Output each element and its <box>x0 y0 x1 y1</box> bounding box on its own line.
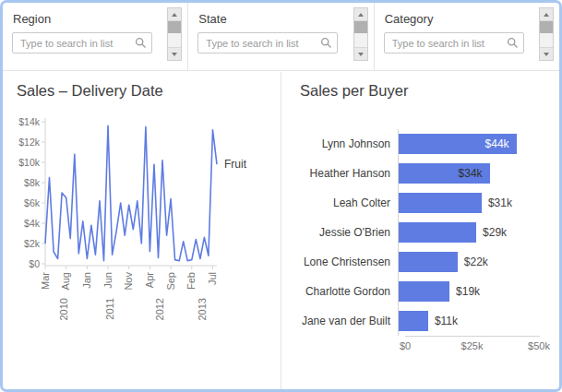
bar-track: $44k <box>398 129 532 159</box>
x-year-label: 2013 <box>197 298 208 320</box>
bar-x-axis: $0$25k$50k <box>405 336 540 354</box>
bar[interactable] <box>399 222 476 243</box>
bar-track: $11k <box>398 306 532 336</box>
x-tick-label: $50k <box>528 340 550 351</box>
filter-title: Category <box>385 12 434 26</box>
filter-title: Region <box>13 12 51 26</box>
scroll-down-button[interactable] <box>354 47 367 60</box>
x-month-label: Jan <box>81 272 92 289</box>
filter-scrollbar[interactable] <box>539 7 554 61</box>
x-month-label: Apr <box>144 272 155 288</box>
y-tick-label: $6k <box>24 197 41 208</box>
x-year-label: 2011 <box>104 298 115 320</box>
bar-row: Jane van der Built$11k <box>289 306 532 336</box>
search-icon <box>507 37 519 49</box>
bar-category-label[interactable]: Leah Colter <box>289 196 398 209</box>
bar-chart-title: Sales per Buyer <box>300 82 408 100</box>
filter-search-input[interactable] <box>197 32 338 53</box>
bar-value-label: $29k <box>483 226 507 239</box>
scrollbar-thumb[interactable] <box>540 21 553 33</box>
x-year-label: 2012 <box>154 298 165 320</box>
search-icon <box>320 37 332 49</box>
bar-chart-panel: Sales per Buyer Lynn Johnson$44kHeather … <box>281 72 559 389</box>
bar-row: Jessie O'Brien$29k <box>289 218 532 247</box>
bar-row: Lone Christensen$22k <box>289 247 532 277</box>
bar-row: Heather Hanson$34k <box>289 159 532 188</box>
bar-rows: Lynn Johnson$44kHeather Hanson$34kLeah C… <box>289 129 532 336</box>
bar-value-label: $44k <box>485 137 509 150</box>
bar-row: Charlotte Gordon$19k <box>289 277 532 306</box>
sales-line[interactable] <box>45 125 217 260</box>
x-month-label: Mar <box>40 272 51 290</box>
y-tick-label: $2k <box>24 238 41 249</box>
scrollbar-thumb[interactable] <box>354 21 367 33</box>
arrow-up-icon <box>358 13 364 17</box>
arrow-up-icon <box>172 13 177 17</box>
y-tick-label: $0 <box>29 258 40 269</box>
arrow-up-icon <box>544 13 549 17</box>
x-month-label: Nov <box>123 272 134 291</box>
search-icon <box>135 37 147 49</box>
scroll-up-button[interactable] <box>354 8 367 21</box>
filter-search-input[interactable] <box>384 32 524 53</box>
scrollbar-thumb[interactable] <box>168 21 181 33</box>
x-month-label: Sep <box>165 272 176 291</box>
x-tick-label: $0 <box>400 340 411 351</box>
legend-label: Fruit <box>224 158 247 171</box>
bar-value-label: $31k <box>488 196 512 209</box>
bar[interactable] <box>399 193 482 213</box>
bar-value-label: $22k <box>464 255 488 268</box>
bar-track: $31k <box>398 188 532 218</box>
bar-category-label[interactable]: Lynn Johnson <box>289 137 398 150</box>
filter-search-input[interactable] <box>12 32 152 53</box>
filter-row: Region State <box>3 3 559 71</box>
filter-scrollbar[interactable] <box>167 7 182 61</box>
bar[interactable] <box>399 311 428 331</box>
filter-panel-category: Category <box>375 3 559 70</box>
bar-value-label: $34k <box>459 167 483 180</box>
bar-category-label[interactable]: Charlotte Gordon <box>289 285 398 298</box>
x-month-label: Jul <box>207 272 218 285</box>
bar-track: $29k <box>398 218 532 247</box>
bar[interactable] <box>399 252 458 272</box>
scroll-down-button[interactable] <box>540 47 553 60</box>
arrow-down-icon <box>172 53 177 56</box>
bar-value-label: $19k <box>456 285 480 298</box>
bar[interactable] <box>399 281 449 302</box>
charts-row: Sales – Delivery Date $0$2k$4k$6k$8k$10k… <box>3 72 559 389</box>
bar-track: $34k <box>398 159 532 188</box>
x-year-label: 2010 <box>58 298 69 320</box>
line-chart-title: Sales – Delivery Date <box>17 82 163 100</box>
x-month-label: Feb <box>185 272 197 290</box>
filter-search <box>384 32 524 53</box>
x-tick-label: $25k <box>461 340 484 351</box>
bar-row: Lynn Johnson$44k <box>289 129 532 159</box>
filter-title: State <box>198 12 226 26</box>
bar-category-label[interactable]: Heather Hanson <box>289 167 398 180</box>
scroll-up-button[interactable] <box>540 8 553 21</box>
x-month-label: Jun <box>102 272 114 289</box>
bar-track: $22k <box>398 247 532 277</box>
filter-search <box>197 32 338 53</box>
bar-category-label[interactable]: Jane van der Built <box>289 315 398 327</box>
y-tick-label: $14k <box>18 116 41 127</box>
x-month-label: Aug <box>60 272 71 291</box>
arrow-down-icon <box>358 53 364 56</box>
filter-panel-state: State <box>188 3 374 70</box>
scroll-up-button[interactable] <box>168 8 181 21</box>
dashboard-frame: Region State <box>0 0 562 392</box>
bar-category-label[interactable]: Jessie O'Brien <box>289 226 398 239</box>
bar-value-label: $11k <box>435 315 458 327</box>
arrow-down-icon <box>544 53 549 56</box>
bar-category-label[interactable]: Lone Christensen <box>289 255 398 268</box>
line-chart-panel: Sales – Delivery Date $0$2k$4k$6k$8k$10k… <box>3 72 281 389</box>
bar-row: Leah Colter$31k <box>289 188 532 218</box>
y-tick-label: $10k <box>18 157 41 168</box>
filter-scrollbar[interactable] <box>353 7 368 61</box>
line-chart[interactable]: $0$2k$4k$6k$8k$10k$12k$14kMarAugJanJunNo… <box>6 109 280 328</box>
bar-track: $19k <box>398 277 532 306</box>
y-tick-label: $12k <box>18 137 41 148</box>
filter-panel-region: Region <box>3 3 188 70</box>
y-tick-label: $4k <box>24 218 41 229</box>
scroll-down-button[interactable] <box>168 47 181 60</box>
